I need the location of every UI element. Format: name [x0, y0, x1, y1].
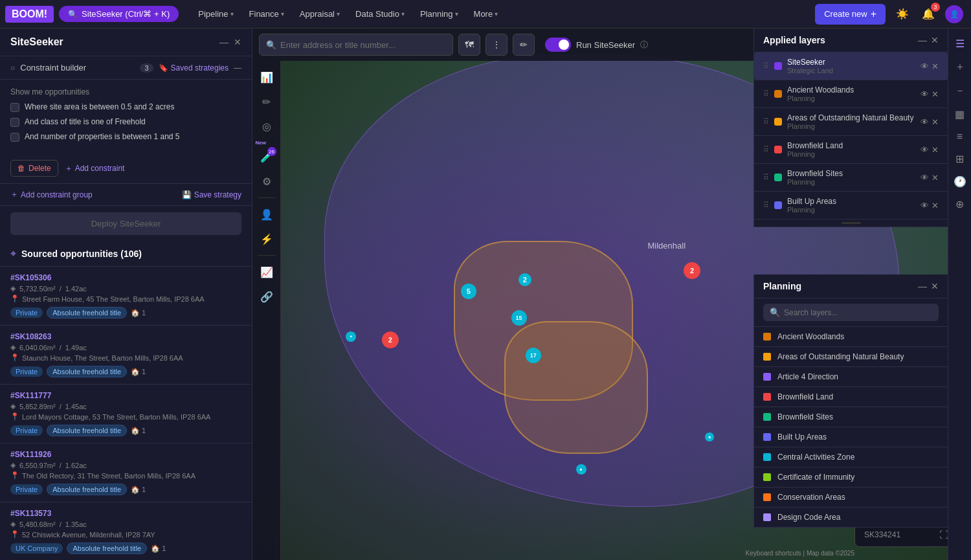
add-group-button[interactable]: ＋ Add constraint group — [10, 189, 93, 200]
far-tool-layers[interactable]: ☰ — [952, 34, 968, 54]
minimize-applied-button[interactable]: — — [918, 35, 927, 45]
draw-tool-button[interactable]: ✏ — [513, 34, 535, 56]
map-options-button[interactable]: ⋮ — [486, 34, 508, 56]
avatar[interactable]: 👤 — [945, 5, 963, 23]
planning-item-aonb[interactable]: Areas of Outstanding Natural Beauty — [754, 347, 948, 367]
planning-search-input[interactable] — [784, 308, 932, 317]
layer-item-built-up-areas[interactable]: ⠿ Built Up Areas Planning 👁 ✕ — [754, 192, 948, 219]
add-constraint-button[interactable]: ＋ Add constraint — [65, 163, 125, 174]
resize-handle[interactable] — [842, 222, 861, 224]
layer-item-aonb[interactable]: ⠿ Areas of Outstanding Natural Beauty Pl… — [754, 108, 948, 136]
tune-tool[interactable]: ⚡ — [256, 228, 278, 250]
eye-button[interactable]: 👁 — [921, 145, 929, 155]
remove-layer-button[interactable]: ✕ — [932, 117, 939, 127]
chart-tool[interactable]: 📈 — [256, 261, 278, 283]
create-new-button[interactable]: Create new + — [815, 4, 886, 25]
opportunity-item-0[interactable]: #SK105306 ◈ 5,732.50m² / 1.42ac 📍 Street… — [0, 267, 252, 326]
far-tool-stack[interactable]: ≡ — [953, 127, 966, 146]
opportunity-item-1[interactable]: #SK108263 ◈ 6,040.06m² / 1.49ac 📍 Staunc… — [0, 326, 252, 385]
address-search-bar[interactable]: 🔍 — [259, 34, 453, 56]
planning-item-conservation[interactable]: Conservation Areas — [754, 487, 948, 508]
planning-item-brownfield-land[interactable]: Brownfield Land — [754, 387, 948, 407]
remove-layer-button[interactable]: ✕ — [932, 201, 939, 210]
close-button[interactable]: ✕ — [234, 37, 241, 47]
opp-meta: ◈ 5,732.50m² / 1.42ac — [10, 284, 241, 293]
minimize-button[interactable]: — — [219, 37, 229, 47]
help-icon[interactable]: ⓘ — [640, 39, 648, 50]
layer-item-siteseeker[interactable]: ⠿ SiteSeeker Strategic Land 👁 ✕ — [754, 52, 948, 80]
delete-button[interactable]: 🗑 Delete — [10, 160, 58, 177]
layer-controls: 👁 ✕ — [921, 62, 939, 71]
remove-layer-button[interactable]: ✕ — [932, 145, 939, 155]
map-marker-2[interactable]: 15 — [511, 310, 527, 326]
collapse-icon[interactable]: — — [234, 63, 241, 73]
planning-item-central-activities[interactable]: Central Activities Zone — [754, 447, 948, 467]
map-marker-1[interactable]: 5 — [461, 284, 476, 299]
minimize-planning-button[interactable]: — — [918, 281, 927, 291]
far-tool-plus[interactable]: ＋ — [951, 56, 969, 78]
map-marker-6[interactable]: 2 — [519, 273, 531, 286]
planning-item-built-up-areas[interactable]: Built Up Areas — [754, 427, 948, 447]
draw-tool[interactable]: ✏ — [256, 91, 278, 113]
flask-tool[interactable]: 🧪 26 — [256, 146, 278, 168]
opportunity-item-2[interactable]: #SK111777 ◈ 5,852.89m² / 1.45ac 📍 Lord M… — [0, 385, 252, 443]
opportunity-item-4[interactable]: #SK113573 ◈ 5,480.68m² / 1.35ac 📍 52 Chi… — [0, 502, 252, 560]
planning-name: Central Activities Zone — [777, 453, 854, 462]
constraint-checkbox-2[interactable] — [10, 118, 19, 127]
far-tool-history[interactable]: 🕐 — [950, 172, 970, 192]
planning-item-article4[interactable]: Article 4 Direction — [754, 367, 948, 387]
map-marker-3[interactable]: 17 — [526, 348, 541, 363]
nav-pipeline[interactable]: Pipeline ▾ — [192, 5, 240, 23]
remove-layer-button[interactable]: ✕ — [932, 173, 939, 183]
planning-item-design-code[interactable]: Design Code Area — [754, 508, 948, 528]
nav-planning[interactable]: Planning ▾ — [414, 5, 465, 23]
location-icon: 📍 — [10, 295, 19, 303]
planning-item-certificate[interactable]: Certificate of Immunity — [754, 467, 948, 487]
opportunity-item-3[interactable]: #SK111926 ◈ 6,550.97m² / 1.62ac 📍 The Ol… — [0, 443, 252, 502]
remove-layer-button[interactable]: ✕ — [932, 89, 939, 99]
filter-tool[interactable]: ⚙ — [256, 170, 278, 192]
eye-button[interactable]: 👁 — [921, 117, 929, 127]
target-tool[interactable]: ◎ — [256, 115, 278, 137]
eye-button[interactable]: 👁 — [921, 62, 929, 71]
person-tool[interactable]: 👤 — [256, 203, 278, 225]
planning-item-brownfield-sites[interactable]: Brownfield Sites — [754, 407, 948, 427]
layer-item-brownfield-land[interactable]: ⠿ Brownfield Land Planning 👁 ✕ — [754, 136, 948, 164]
layer-item-ancient-woodlands[interactable]: ⠿ Ancient Woodlands Planning 👁 ✕ — [754, 80, 948, 108]
remove-layer-button[interactable]: ✕ — [932, 62, 939, 71]
map-view-button[interactable]: 🗺 — [458, 34, 480, 56]
saved-strategies-button[interactable]: 🔖 Saved strategies — [159, 63, 229, 73]
notifications-area[interactable]: 🔔 3 — [919, 5, 937, 23]
constraint-checkbox-3[interactable] — [10, 133, 19, 142]
new-badge: 26 — [267, 147, 276, 156]
map-marker-5[interactable]: 2 — [382, 331, 399, 348]
layer-item-brownfield-sites[interactable]: ⠿ Brownfield Sites Planning 👁 ✕ — [754, 164, 948, 192]
far-tool-target[interactable]: ⊕ — [952, 194, 968, 214]
constraint-builder-section[interactable]: ○ Constraint builder 3 🔖 Saved strategie… — [0, 56, 252, 80]
close-applied-button[interactable]: ✕ — [931, 35, 939, 45]
eye-button[interactable]: 👁 — [921, 201, 929, 210]
far-tool-table[interactable]: ⊞ — [952, 149, 968, 169]
deploy-siteseeker-button[interactable]: Deploy SiteSeeker — [10, 212, 241, 235]
data-tool[interactable]: 🔗 — [256, 286, 278, 308]
constraint-checkbox-1[interactable] — [10, 103, 19, 112]
settings-button[interactable]: ☀️ — [893, 5, 911, 23]
constraint-builder-title: Constraint builder — [20, 63, 135, 73]
address-search-input[interactable] — [280, 40, 446, 50]
siteseeker-button[interactable]: 🔍 SiteSeeker (Ctrl/⌘ + K) — [59, 6, 179, 22]
close-planning-button[interactable]: ✕ — [931, 281, 939, 291]
save-strategy-button[interactable]: 💾 Save strategy — [182, 190, 241, 199]
far-tool-minus[interactable]: － — [951, 80, 969, 102]
far-tool-grid[interactable]: ▦ — [951, 104, 968, 124]
planning-item-ancient-woodlands[interactable]: Ancient Woodlands — [754, 327, 948, 347]
nav-data-studio[interactable]: Data Studio ▾ — [349, 5, 411, 23]
eye-button[interactable]: 👁 — [921, 89, 929, 99]
map-marker-9[interactable]: • — [576, 464, 586, 475]
nav-more[interactable]: More ▾ — [467, 5, 505, 23]
nav-appraisal[interactable]: Appraisal ▾ — [293, 5, 346, 23]
planning-search-inner[interactable]: 🔍 — [763, 304, 939, 321]
layers-tool[interactable]: 📊 — [256, 66, 278, 88]
eye-button[interactable]: 👁 — [921, 173, 929, 183]
siteseeker-toggle[interactable] — [545, 38, 571, 52]
nav-finance[interactable]: Finance ▾ — [243, 5, 291, 23]
